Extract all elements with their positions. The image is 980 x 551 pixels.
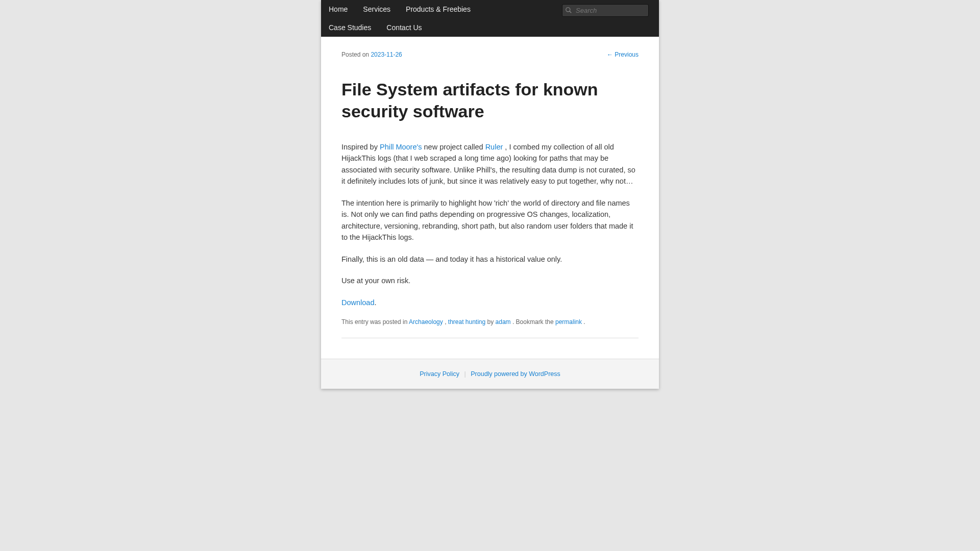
- post-content: Posted on 2023-11-26 ← Previous File Sys…: [321, 37, 659, 359]
- ef-text-b: by: [487, 318, 496, 325]
- post-meta: Posted on 2023-11-26 ← Previous: [341, 51, 639, 58]
- p1-text-a: Inspired by: [341, 143, 380, 151]
- powered-by-wordpress-link[interactable]: Proudly powered by WordPress: [471, 370, 560, 378]
- permalink-link[interactable]: permalink: [555, 318, 582, 325]
- download-tail: .: [375, 298, 377, 307]
- p1-text-b: new project called: [424, 143, 485, 151]
- ef-text-c: . Bookmark the: [512, 318, 555, 325]
- phill-moore-link[interactable]: Phill Moore's: [380, 143, 422, 151]
- ruler-link[interactable]: Ruler: [485, 143, 503, 151]
- footer-separator: |: [464, 370, 466, 378]
- nav-products-freebies[interactable]: Products & Freebies: [398, 0, 478, 18]
- posted-on-label: Posted on: [341, 51, 369, 58]
- post-title: File System artifacts for known security…: [341, 79, 639, 122]
- author-link[interactable]: adam: [496, 318, 511, 325]
- prev-post-link[interactable]: ← Previous: [607, 51, 639, 58]
- paragraph-download: Download.: [341, 297, 639, 308]
- search-wrap: [562, 4, 649, 17]
- nav-home[interactable]: Home: [321, 0, 355, 18]
- download-link[interactable]: Download: [341, 298, 375, 307]
- search-input[interactable]: [562, 4, 649, 17]
- ef-text-d: .: [583, 318, 585, 325]
- ef-text-a: This entry was posted in: [341, 318, 409, 325]
- nav-row-1: Home Services Products & Freebies: [321, 0, 659, 18]
- paragraph-2: The intention here is primarily to highl…: [341, 197, 639, 243]
- post-date-link[interactable]: 2023-11-26: [371, 51, 402, 58]
- nav-case-studies[interactable]: Case Studies: [321, 18, 379, 37]
- category-threat-hunting-link[interactable]: threat hunting: [448, 318, 485, 325]
- entry-footer: This entry was posted in Archaeology , t…: [341, 318, 639, 338]
- privacy-policy-link[interactable]: Privacy Policy: [420, 370, 459, 378]
- svg-line-1: [570, 11, 572, 13]
- nav-services[interactable]: Services: [355, 0, 398, 18]
- paragraph-1: Inspired by Phill Moore's new project ca…: [341, 141, 639, 187]
- search-icon: [565, 7, 572, 14]
- main-nav: Home Services Products & Freebies Case S…: [321, 0, 659, 37]
- svg-point-0: [566, 8, 570, 12]
- paragraph-3: Finally, this is an old data — and today…: [341, 254, 639, 265]
- ef-sep1: ,: [445, 318, 448, 325]
- posted-on: Posted on 2023-11-26: [341, 51, 402, 58]
- nav-contact-us[interactable]: Contact Us: [379, 18, 429, 37]
- category-archaeology-link[interactable]: Archaeology: [409, 318, 443, 325]
- site-footer: Privacy Policy | Proudly powered by Word…: [321, 359, 659, 389]
- paragraph-4: Use at your own risk.: [341, 275, 639, 286]
- nav-row-2: Case Studies Contact Us: [321, 18, 659, 37]
